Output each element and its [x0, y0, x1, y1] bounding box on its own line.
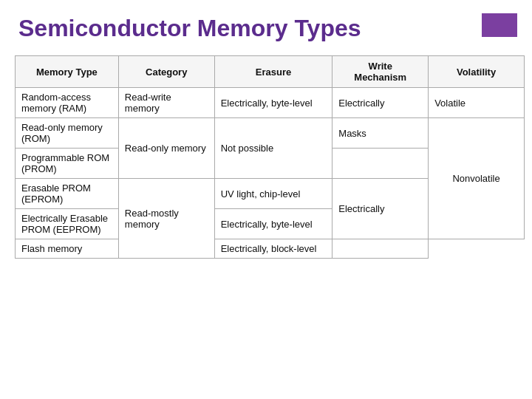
slide: Semiconductor Memory Types Memory Type C…	[0, 0, 532, 399]
cell-memory-type: Programmable ROM (PROM)	[16, 149, 119, 179]
table-row: Read-only memory (ROM) Read-only memory …	[16, 118, 525, 149]
header-erasure: Erasure	[214, 56, 332, 88]
corner-decoration	[482, 13, 517, 37]
cell-write-mechanism: Masks	[332, 118, 429, 149]
cell-erasure: Not possible	[214, 118, 332, 179]
cell-erasure: UV light, chip-level	[214, 179, 332, 209]
cell-category: Read-only memory	[118, 118, 214, 179]
cell-volatility: Nonvolatile	[429, 118, 525, 239]
cell-category: Read-mostly memory	[118, 179, 214, 259]
cell-write-mechanism: Electrically	[332, 179, 429, 239]
header-volatility: Volatility	[429, 56, 525, 88]
cell-memory-type: Erasable PROM (EPROM)	[16, 179, 119, 209]
cell-memory-type: Electrically Erasable PROM (EEPROM)	[16, 209, 119, 239]
cell-write-mechanism	[332, 149, 429, 179]
cell-erasure: Electrically, byte-level	[214, 209, 332, 239]
cell-category: Read-write memory	[118, 88, 214, 118]
table-row: Flash memory Electrically, block-level	[16, 239, 525, 259]
table-row: Random-access memory (RAM) Read-write me…	[16, 88, 525, 118]
memory-types-table: Memory Type Category Erasure WriteMechan…	[15, 55, 525, 259]
cell-erasure: Electrically, byte-level	[214, 88, 332, 118]
cell-volatility: Volatile	[429, 88, 525, 118]
header-write-mechanism: WriteMechanism	[332, 56, 429, 88]
cell-memory-type: Random-access memory (RAM)	[16, 88, 119, 118]
slide-title: Semiconductor Memory Types	[15, 15, 517, 42]
cell-memory-type: Read-only memory (ROM)	[16, 118, 119, 149]
cell-erasure: Electrically, block-level	[214, 239, 332, 259]
cell-memory-type: Flash memory	[16, 239, 119, 259]
header-memory-type: Memory Type	[16, 56, 119, 88]
cell-write-mechanism	[332, 239, 429, 259]
header-category: Category	[118, 56, 214, 88]
cell-write-mechanism: Electrically	[332, 88, 429, 118]
